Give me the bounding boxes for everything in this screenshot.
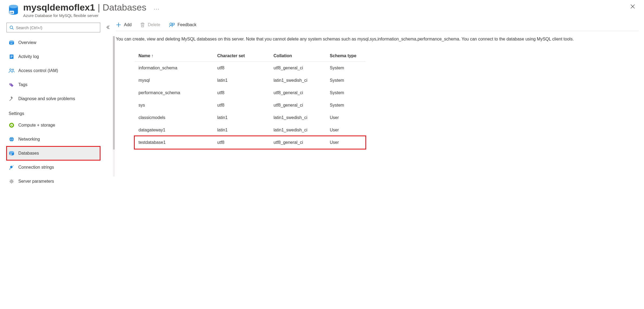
- sidebar-item-label: Databases: [18, 151, 39, 156]
- sidebar-item-label: Server parameters: [18, 179, 54, 184]
- toolbar: Add Delete Feedback: [116, 22, 639, 31]
- table-cell-schema: User: [326, 136, 365, 149]
- table-cell-collation: utf8_general_ci: [270, 62, 326, 74]
- svg-rect-7: [11, 56, 13, 56]
- table-cell-charset: utf8: [213, 62, 270, 74]
- networking-icon: [9, 136, 15, 142]
- sidebar-item-diagnose[interactable]: Diagnose and solve problems: [6, 92, 114, 106]
- table-row[interactable]: performance_schemautf8utf8_general_ciSys…: [135, 87, 365, 99]
- page-subtitle: Azure Database for MySQL flexible server: [23, 13, 629, 18]
- svg-rect-8: [11, 56, 13, 57]
- search-icon: [9, 25, 14, 30]
- table-cell-charset: utf8: [213, 136, 270, 149]
- table-cell-schema: System: [326, 87, 365, 99]
- sidebar-item-server-parameters[interactable]: Server parameters: [6, 174, 114, 188]
- svg-point-24: [170, 23, 172, 25]
- sidebar-item-networking[interactable]: Networking: [6, 132, 114, 146]
- table-cell-charset: latin1: [213, 111, 270, 124]
- column-header-schema[interactable]: Schema type: [326, 50, 365, 62]
- sidebar-item-label: Diagnose and solve problems: [18, 96, 75, 101]
- sidebar-item-label: Tags: [18, 82, 27, 87]
- sidebar-item-label: Networking: [18, 137, 40, 142]
- search-box[interactable]: [6, 23, 100, 32]
- table-row[interactable]: datagateway1latin1latin1_swedish_ciUser: [135, 124, 365, 136]
- table-cell-name: classicmodels: [135, 111, 213, 124]
- svg-point-17: [9, 151, 14, 153]
- svg-point-22: [13, 165, 14, 166]
- sidebar: My Overview Activity log Access control …: [6, 19, 114, 188]
- sidebar-item-overview[interactable]: My Overview: [6, 36, 114, 50]
- svg-text:My: My: [11, 43, 13, 45]
- sidebar-item-label: Activity log: [18, 54, 39, 59]
- add-button[interactable]: Add: [116, 22, 131, 28]
- page-header: DB mysqldemoflex1 | Databases ··· Azure …: [0, 0, 644, 19]
- table-cell-charset: latin1: [213, 124, 270, 136]
- table-cell-schema: System: [326, 62, 365, 74]
- sidebar-item-iam[interactable]: Access control (IAM): [6, 64, 114, 78]
- page-title-section: | Databases: [98, 2, 146, 13]
- column-header-name[interactable]: Name↑: [135, 50, 213, 62]
- sidebar-item-connection-strings[interactable]: Connection strings: [6, 160, 114, 174]
- svg-point-11: [12, 69, 14, 70]
- connection-icon: [9, 164, 15, 170]
- sidebar-item-tags[interactable]: Tags: [6, 78, 114, 92]
- collapse-sidebar-button[interactable]: [106, 25, 110, 30]
- search-input[interactable]: [16, 25, 97, 30]
- main-content: Add Delete Feedback You can create, view…: [114, 19, 644, 188]
- table-cell-name: datagateway1: [135, 124, 213, 136]
- trash-icon: [140, 22, 145, 28]
- feedback-button[interactable]: Feedback: [169, 22, 196, 28]
- activity-log-icon: [9, 54, 15, 60]
- column-header-charset[interactable]: Character set: [213, 50, 270, 62]
- svg-text:DB: DB: [10, 11, 13, 14]
- scrollbar-thumb[interactable]: [113, 36, 115, 150]
- sidebar-item-compute[interactable]: $ Compute + storage: [6, 118, 114, 132]
- table-cell-collation: latin1_swedish_ci: [270, 124, 326, 136]
- table-cell-name: performance_schema: [135, 87, 213, 99]
- table-cell-charset: utf8: [213, 87, 270, 99]
- more-actions-icon[interactable]: ···: [154, 6, 160, 12]
- table-row[interactable]: testdatabase1utf8utf8_general_ciUser: [135, 136, 365, 149]
- table-cell-collation: latin1_swedish_ci: [270, 74, 326, 87]
- feedback-button-label: Feedback: [178, 22, 196, 27]
- table-cell-charset: utf8: [213, 99, 270, 111]
- sidebar-item-label: Access control (IAM): [18, 68, 58, 73]
- table-cell-schema: System: [326, 74, 365, 87]
- sidebar-item-label: Connection strings: [18, 165, 54, 170]
- add-button-label: Add: [124, 22, 131, 27]
- sidebar-item-databases[interactable]: DB Databases: [6, 146, 100, 160]
- page-title: mysqldemoflex1: [23, 2, 95, 13]
- column-header-collation[interactable]: Collation: [270, 50, 326, 62]
- databases-table: Name↑ Character set Collation Schema typ…: [135, 50, 365, 149]
- delete-button: Delete: [140, 22, 160, 28]
- svg-point-10: [10, 69, 11, 70]
- svg-point-23: [11, 181, 12, 182]
- sort-ascending-icon: ↑: [151, 53, 154, 58]
- svg-text:$: $: [11, 124, 12, 127]
- svg-point-0: [9, 5, 18, 8]
- sidebar-section-settings: Settings: [6, 106, 114, 118]
- table-cell-collation: utf8_general_ci: [270, 87, 326, 99]
- table-row[interactable]: mysqllatin1latin1_swedish_ciSystem: [135, 74, 365, 87]
- compute-icon: $: [9, 122, 15, 128]
- table-cell-name: mysql: [135, 74, 213, 87]
- iam-icon: [9, 68, 15, 74]
- table-cell-schema: System: [326, 99, 365, 111]
- svg-rect-9: [11, 57, 12, 58]
- feedback-icon: [169, 22, 175, 28]
- table-row[interactable]: sysutf8utf8_general_ciSystem: [135, 99, 365, 111]
- gear-icon: [9, 178, 15, 184]
- page-description: You can create, view and deleting MySQL …: [116, 36, 637, 43]
- close-button[interactable]: [629, 3, 636, 10]
- wrench-icon: [9, 96, 15, 102]
- table-cell-name: sys: [135, 99, 213, 111]
- sidebar-item-activity-log[interactable]: Activity log: [6, 50, 114, 64]
- delete-button-label: Delete: [148, 22, 160, 27]
- plus-icon: [116, 22, 121, 28]
- svg-point-3: [10, 26, 13, 29]
- scrollbar-track[interactable]: [113, 36, 115, 176]
- table-row[interactable]: information_schemautf8utf8_general_ciSys…: [135, 62, 365, 74]
- svg-point-4: [9, 40, 14, 43]
- table-cell-name: information_schema: [135, 62, 213, 74]
- table-row[interactable]: classicmodelslatin1latin1_swedish_ciUser: [135, 111, 365, 124]
